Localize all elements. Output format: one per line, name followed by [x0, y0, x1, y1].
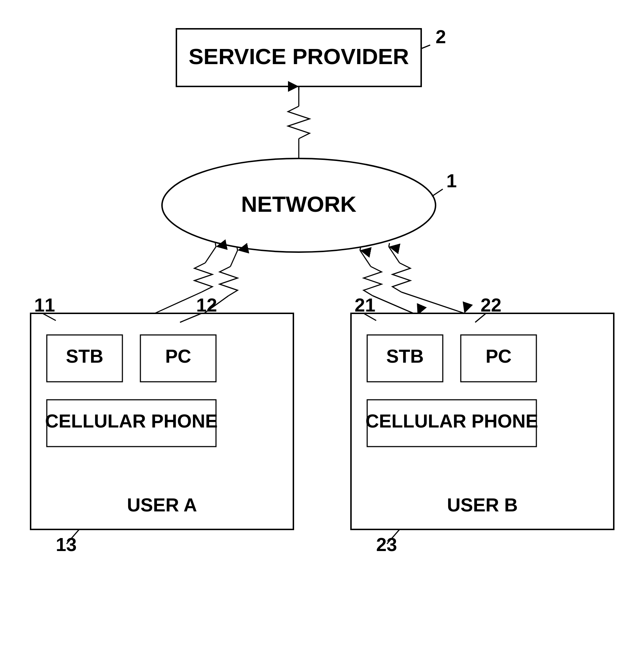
svg-line-22	[389, 243, 389, 247]
ref-21: 21	[355, 295, 375, 315]
svg-line-16	[237, 247, 238, 250]
service-provider-label: SERVICE PROVIDER	[189, 44, 409, 69]
svg-line-20	[389, 247, 400, 263]
ref-23: 23	[376, 534, 397, 555]
user-b-label: USER B	[447, 494, 518, 515]
svg-line-21	[401, 292, 464, 313]
user-a-label: USER A	[127, 494, 197, 515]
user-a-stb-label: STB	[66, 346, 103, 367]
ref-22: 22	[481, 295, 501, 315]
ref-12: 12	[196, 295, 217, 315]
ref-1: 1	[446, 170, 457, 191]
diagram: SERVICE PROVIDER 2	[0, 0, 644, 667]
user-a-pc-label: PC	[165, 346, 191, 367]
svg-line-19	[360, 247, 361, 250]
svg-line-11	[205, 247, 216, 263]
svg-line-13	[215, 243, 216, 247]
ref-2: 2	[436, 26, 446, 47]
user-b-pc-label: PC	[486, 346, 512, 367]
svg-line-10	[432, 189, 443, 196]
ref-13: 13	[56, 534, 77, 555]
ref-11: 11	[34, 295, 55, 315]
svg-line-18	[373, 296, 418, 315]
svg-line-1	[421, 45, 430, 49]
svg-line-17	[360, 250, 371, 267]
user-b-cellular-label: CELLULAR PHONE	[365, 411, 538, 431]
svg-line-12	[155, 292, 202, 313]
network-label: NETWORK	[241, 192, 357, 216]
user-b-stb-label: STB	[386, 346, 424, 367]
user-a-cellular-label: CELLULAR PHONE	[45, 411, 218, 431]
svg-line-14	[230, 250, 238, 267]
